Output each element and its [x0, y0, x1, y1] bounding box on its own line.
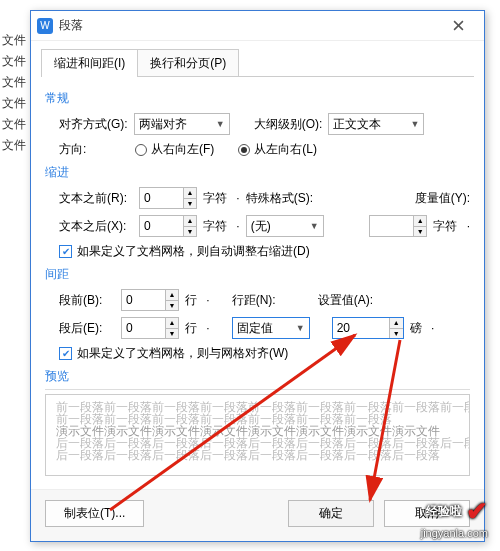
spin-up-icon[interactable]: ▲	[166, 318, 178, 329]
indent-after-input[interactable]	[139, 215, 183, 237]
radio-icon	[238, 144, 250, 156]
chevron-down-icon: ▼	[296, 323, 305, 333]
preview-box: 前一段落前一段落前一段落前一段落前一段落前一段落前一段落前一段落前一段落前一段落…	[45, 394, 470, 476]
line-spacing-value: 固定值	[237, 320, 273, 337]
app-icon: W	[37, 18, 53, 34]
indent-auto-checkbox[interactable]: ✔ 如果定义了文档网格，则自动调整右缩进(D)	[59, 243, 310, 260]
spacing-before-spinner[interactable]: ▲▼	[121, 289, 179, 311]
unit-char: 字符	[433, 218, 457, 235]
paragraph-dialog: W 段落 缩进和间距(I) 换行和分页(P) 常规 对齐方式(G): 两端对齐 …	[30, 10, 485, 542]
direction-rtl-radio[interactable]: 从右向左(F)	[135, 141, 214, 158]
chevron-down-icon: ▼	[310, 221, 319, 231]
unit-line: 行	[185, 320, 197, 337]
spacing-after-input[interactable]	[121, 317, 165, 339]
spacing-after-label: 段后(E):	[59, 320, 115, 337]
spin-up-icon[interactable]: ▲	[166, 290, 178, 301]
ok-button[interactable]: 确定	[288, 500, 374, 527]
bg-item: 文件	[0, 72, 28, 93]
rtl-label: 从右向左(F)	[151, 141, 214, 158]
unit-char: 字符	[203, 190, 227, 207]
indent-after-spinner[interactable]: ▲▼	[139, 215, 197, 237]
titlebar: W 段落	[31, 11, 484, 41]
outline-label: 大纲级别(O):	[254, 116, 323, 133]
bg-item: 文件	[0, 114, 28, 135]
set-value-spinner[interactable]: ▲▼	[332, 317, 404, 339]
special-combo[interactable]: (无) ▼	[246, 215, 324, 237]
indent-auto-label: 如果定义了文档网格，则自动调整右缩进(D)	[77, 243, 310, 260]
direction-label: 方向:	[59, 141, 129, 158]
ltr-label: 从左向右(L)	[254, 141, 317, 158]
spacing-before-label: 段前(B):	[59, 292, 115, 309]
chevron-down-icon: ▼	[216, 119, 225, 129]
indent-before-label: 文本之前(R):	[59, 190, 133, 207]
unit-line: 行	[185, 292, 197, 309]
bg-item: 文件	[0, 93, 28, 114]
line-spacing-combo[interactable]: 固定值 ▼	[232, 317, 310, 339]
direction-ltr-radio[interactable]: 从左向右(L)	[238, 141, 317, 158]
spacing-before-input[interactable]	[121, 289, 165, 311]
line-spacing-label: 行距(N):	[232, 292, 276, 309]
indent-after-label: 文本之后(X):	[59, 218, 133, 235]
spin-down-icon[interactable]: ▼	[414, 227, 426, 237]
tab-indent-spacing[interactable]: 缩进和间距(I)	[41, 49, 138, 77]
cancel-button[interactable]: 取消	[384, 500, 470, 527]
spacing-after-spinner[interactable]: ▲▼	[121, 317, 179, 339]
radio-icon	[135, 144, 147, 156]
indent-before-spinner[interactable]: ▲▼	[139, 187, 197, 209]
indent-before-input[interactable]	[139, 187, 183, 209]
unit-char: 字符	[203, 218, 227, 235]
spin-up-icon[interactable]: ▲	[414, 216, 426, 227]
spin-down-icon[interactable]: ▼	[184, 227, 196, 237]
section-title-preview: 预览	[45, 368, 470, 385]
chevron-down-icon: ▼	[410, 119, 419, 129]
bg-item: 文件	[0, 30, 28, 51]
bg-item: 文件	[0, 135, 28, 156]
metric-label: 度量值(Y):	[415, 190, 470, 207]
metric-spinner[interactable]: ▲▼	[369, 215, 427, 237]
section-preview: 预览 前一段落前一段落前一段落前一段落前一段落前一段落前一段落前一段落前一段落前…	[45, 368, 470, 476]
spacing-snap-checkbox[interactable]: ✔ 如果定义了文档网格，则与网格对齐(W)	[59, 345, 288, 362]
spin-up-icon[interactable]: ▲	[184, 216, 196, 227]
align-combo[interactable]: 两端对齐 ▼	[134, 113, 230, 135]
set-value-input[interactable]	[333, 318, 389, 338]
set-value-label: 设置值(A):	[318, 292, 373, 309]
checkbox-icon: ✔	[59, 347, 72, 360]
background-list: 文件 文件 文件 文件 文件 文件	[0, 30, 28, 156]
close-button[interactable]	[438, 12, 478, 40]
outline-value: 正文文本	[333, 116, 381, 133]
metric-input[interactable]	[369, 215, 413, 237]
special-label: 特殊格式(S):	[246, 190, 313, 207]
spin-down-icon[interactable]: ▼	[166, 301, 178, 311]
align-label: 对齐方式(G):	[59, 116, 128, 133]
tab-pagination[interactable]: 换行和分页(P)	[137, 49, 239, 77]
spin-down-icon[interactable]: ▼	[166, 329, 178, 339]
section-title-indent: 缩进	[45, 164, 470, 181]
checkbox-icon: ✔	[59, 245, 72, 258]
dialog-footer: 制表位(T)... 确定 取消	[31, 489, 484, 541]
section-title-general: 常规	[45, 90, 470, 107]
spin-up-icon[interactable]: ▲	[390, 318, 403, 329]
bg-item: 文件	[0, 51, 28, 72]
spin-down-icon[interactable]: ▼	[184, 199, 196, 209]
tabs-button[interactable]: 制表位(T)...	[45, 500, 144, 527]
align-value: 两端对齐	[139, 116, 187, 133]
spacing-snap-label: 如果定义了文档网格，则与网格对齐(W)	[77, 345, 288, 362]
preview-line: 后一段落后一段落后一段落后一段落后一段落后一段落后一段落后一段落	[56, 449, 459, 461]
dialog-title: 段落	[59, 17, 438, 34]
section-indent: 缩进 文本之前(R): ▲▼ 字符 · 特殊格式(S): 度量值(Y): 文本之…	[45, 164, 470, 260]
section-title-spacing: 间距	[45, 266, 470, 283]
unit-pt: 磅	[410, 320, 422, 337]
tab-bar: 缩进和间距(I) 换行和分页(P)	[31, 41, 484, 77]
section-spacing: 间距 段前(B): ▲▼ 行 · 行距(N): 设置值(A): 段后(E):	[45, 266, 470, 362]
spin-down-icon[interactable]: ▼	[390, 329, 403, 339]
spin-up-icon[interactable]: ▲	[184, 188, 196, 199]
section-general: 常规 对齐方式(G): 两端对齐 ▼ 大纲级别(O): 正文文本 ▼	[45, 90, 470, 158]
outline-combo[interactable]: 正文文本 ▼	[328, 113, 424, 135]
special-value: (无)	[251, 218, 271, 235]
